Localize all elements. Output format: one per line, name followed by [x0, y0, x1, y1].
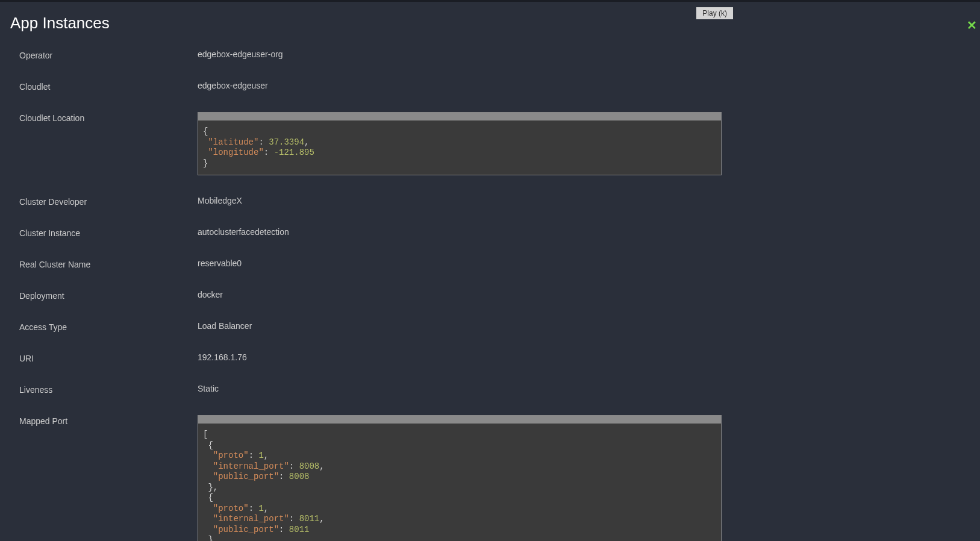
code-mapped-port: [ { "proto": 1, "internal_port": 8008, "… — [198, 415, 722, 541]
play-button[interactable]: Play (k) — [696, 7, 733, 19]
close-button[interactable]: ✕ — [967, 19, 977, 31]
value-real-cluster-name: reservable0 — [198, 258, 242, 268]
page-title: App Instances — [10, 14, 961, 33]
code-cloudlet-location: { "latitude": 37.3394, "longitude": -121… — [198, 112, 722, 175]
label-cloudlet-location: Cloudlet Location — [19, 112, 198, 123]
label-access-type: Access Type — [19, 321, 198, 332]
field-uri: URI 192.168.1.76 — [19, 352, 961, 363]
label-liveness: Liveness — [19, 384, 198, 395]
field-real-cluster-name: Real Cluster Name reservable0 — [19, 258, 961, 269]
label-deployment: Deployment — [19, 290, 198, 301]
label-cloudlet: Cloudlet — [19, 81, 198, 92]
field-access-type: Access Type Load Balancer — [19, 321, 961, 332]
field-cloudlet: Cloudlet edgebox-edgeuser — [19, 81, 961, 92]
value-operator: edgebox-edgeuser-org — [198, 49, 283, 59]
value-deployment: docker — [198, 290, 223, 299]
label-mapped-port: Mapped Port — [19, 415, 198, 426]
value-cluster-developer: MobiledgeX — [198, 196, 242, 205]
field-deployment: Deployment docker — [19, 290, 961, 301]
value-access-type: Load Balancer — [198, 321, 252, 331]
label-uri: URI — [19, 352, 198, 363]
label-real-cluster-name: Real Cluster Name — [19, 258, 198, 269]
field-cluster-developer: Cluster Developer MobiledgeX — [19, 196, 961, 207]
field-cloudlet-location: Cloudlet Location { "latitude": 37.3394,… — [19, 112, 961, 175]
field-operator: Operator edgebox-edgeuser-org — [19, 49, 961, 60]
label-operator: Operator — [19, 49, 198, 60]
close-icon: ✕ — [967, 19, 977, 32]
label-cluster-developer: Cluster Developer — [19, 196, 198, 207]
field-liveness: Liveness Static — [19, 384, 961, 395]
value-liveness: Static — [198, 384, 219, 393]
field-mapped-port: Mapped Port [ { "proto": 1, "internal_po… — [19, 415, 961, 541]
value-cloudlet: edgebox-edgeuser — [198, 81, 268, 90]
value-uri: 192.168.1.76 — [198, 352, 247, 362]
value-cluster-instance: autoclusterfacedetection — [198, 227, 289, 237]
label-cluster-instance: Cluster Instance — [19, 227, 198, 238]
field-cluster-instance: Cluster Instance autoclusterfacedetectio… — [19, 227, 961, 238]
